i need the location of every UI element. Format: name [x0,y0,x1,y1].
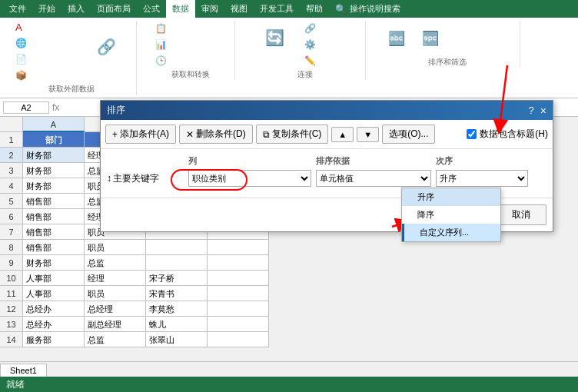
copy-icon: ⧉ [263,129,270,140]
sort-za-btn[interactable]: 🔤 [415,28,446,49]
tab-formula[interactable]: 公式 [137,0,166,18]
options-btn[interactable]: 选项(O)... [382,125,435,144]
ok-btn[interactable]: 确定 [439,204,490,225]
row-num[interactable]: 1 [0,132,23,148]
add-condition-btn[interactable]: + 添加条件(A) [105,125,176,144]
other-sources-btn[interactable]: 📦 自其他来源 [12,68,79,82]
col-select[interactable]: 职位类别 [188,170,311,187]
cell-a14[interactable]: 服务部 [23,332,85,347]
text-btn[interactable]: 📄 自文本 [12,51,79,66]
cell-a1[interactable]: 部门 [23,132,85,148]
cell-a6[interactable]: 销售部 [23,209,85,224]
tab-review[interactable]: 审阅 [195,0,224,18]
cell-c11[interactable]: 宋青书 [146,286,208,301]
cell-b10[interactable]: 经理 [85,271,146,286]
access-btn[interactable]: A Access [12,21,79,34]
row-num[interactable]: 5 [0,194,23,209]
show-query-btn[interactable]: 📋 显示查询 [152,21,228,35]
cell-b14[interactable]: 总监 [85,332,146,347]
query-icon: 📋 [155,23,167,34]
cell-c8[interactable] [146,240,208,255]
group-external-data: A Access 🌐 自网站 📄 自文本 📦 [6,21,137,95]
properties-btn[interactable]: ⚙️ 属性 [301,37,359,51]
cell-b8[interactable]: 职员 [85,240,146,255]
cell-c14[interactable]: 张翠山 [146,332,208,347]
tab-home[interactable]: 开始 [32,0,61,18]
cell-d9[interactable] [208,255,269,271]
cell-c9[interactable] [146,255,208,271]
row-num[interactable]: 10 [0,271,23,286]
move-down-btn[interactable]: ▼ [357,127,379,142]
cell-a12[interactable]: 总经办 [23,301,85,317]
row-num[interactable]: 12 [0,301,23,317]
row-num[interactable]: 4 [0,178,23,194]
cell-c10[interactable]: 宋子桥 [146,271,208,286]
cell-d13[interactable] [208,317,269,332]
tab-view[interactable]: 视图 [224,0,254,18]
text-icon: 📄 [15,54,27,65]
col-header-a[interactable]: A [23,117,85,132]
props-icon: ⚙️ [304,39,316,50]
copy-condition-btn[interactable]: ⧉ 复制条件(C) [256,125,329,144]
header-checkbox[interactable] [467,129,477,139]
cell-ref-input[interactable]: A2 [3,101,49,114]
cell-b12[interactable]: 总经理 [85,301,146,317]
cell-c12[interactable]: 李莫愁 [146,301,208,317]
cell-a9[interactable]: 财务部 [23,255,85,271]
basis-select[interactable]: 单元格值 [316,170,431,187]
tab-file[interactable]: 文件 [3,0,32,18]
filter-btn[interactable]: ▽ 筛选 [483,21,513,55]
connections-btn[interactable]: 🔗 连接 [301,21,359,35]
cell-a2[interactable]: 财务部 [23,148,85,163]
recent-sources-btn[interactable]: 🕒 最近使用的源 [152,53,228,68]
cell-a8[interactable]: 销售部 [23,240,85,255]
cell-d14[interactable] [208,332,269,347]
row-num[interactable]: 11 [0,286,23,301]
row-num[interactable]: 8 [0,240,23,255]
cell-c13[interactable]: 蛛儿 [146,317,208,332]
row-num[interactable]: 14 [0,332,23,347]
dialog-close-btn[interactable]: × [540,105,546,117]
tab-help[interactable]: 帮助 [300,0,329,18]
cell-d8[interactable] [208,240,269,255]
row-num[interactable]: 2 [0,148,23,163]
row-num[interactable]: 7 [0,224,23,240]
move-up-btn[interactable]: ▲ [331,127,354,142]
existing-connection-btn[interactable]: 🔗 现有连接 [82,35,130,71]
cancel-btn[interactable]: 取消 [496,204,546,225]
cell-a3[interactable]: 财务部 [23,163,85,178]
sort-btn[interactable]: ↕️ 排序 [449,22,480,55]
cell-b9[interactable]: 总监 [85,255,146,271]
cell-b11[interactable]: 职员 [85,286,146,301]
row-num[interactable]: 6 [0,209,23,224]
from-table-btn[interactable]: 📊 从表格 [152,37,228,51]
order-select[interactable]: 升序 [436,170,528,187]
tab-insert[interactable]: 插入 [61,0,91,18]
dialog-help-btn[interactable]: ? [529,105,534,116]
tab-data[interactable]: 数据 [166,0,195,18]
sort-dialog[interactable]: 排序 ? × + 添加条件(A) ✕ 删除条件(D) ⧉ 复制条件(C) ▲ ▼… [100,100,553,232]
tab-page-layout[interactable]: 页面布局 [91,0,137,18]
cell-a11[interactable]: 人事部 [23,286,85,301]
tab-dev[interactable]: 开发工具 [254,0,300,18]
cell-a5[interactable]: 销售部 [23,194,85,209]
cell-d11[interactable] [208,286,269,301]
web-btn[interactable]: 🌐 自网站 [12,35,79,50]
sort-az-btn[interactable]: 🔤 [381,28,412,49]
tab-search[interactable]: 🔍操作说明搜索 [329,0,407,18]
cell-a7[interactable]: 销售部 [23,224,85,240]
refresh-all-btn[interactable]: 🔄 全部刷新 [251,26,298,62]
row-num[interactable]: 13 [0,317,23,332]
cell-d12[interactable] [208,301,269,317]
table-row: 10 人事部 经理 宋子桥 [0,271,269,286]
row-num[interactable]: 3 [0,163,23,178]
cell-a10[interactable]: 人事部 [23,271,85,286]
sheet-tab-1[interactable]: Sheet1 [0,364,47,377]
cell-d10[interactable] [208,271,269,286]
cell-a4[interactable]: 财务部 [23,178,85,194]
edit-links-btn[interactable]: ✏️ 编辑链接 [301,53,359,68]
cell-a13[interactable]: 总经办 [23,317,85,332]
row-num[interactable]: 9 [0,255,23,271]
delete-condition-btn[interactable]: ✕ 删除条件(D) [179,125,253,144]
cell-b13[interactable]: 副总经理 [85,317,146,332]
